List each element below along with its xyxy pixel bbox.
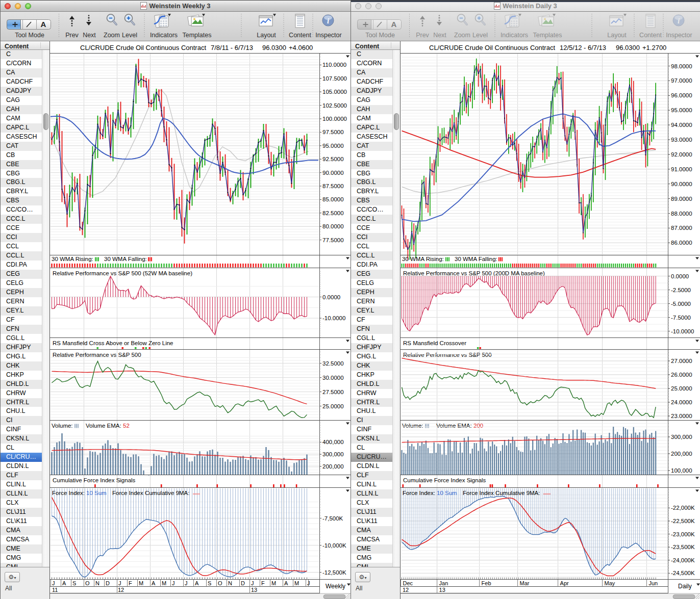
svg-text:30.0000: 30.0000: [322, 375, 344, 381]
svg-text:92.5000: 92.5000: [322, 156, 344, 162]
svg-text:Apr: Apr: [560, 580, 569, 586]
svg-text:S: S: [72, 580, 76, 586]
svg-text:12/5/12 - 6/7/13: 12/5/12 - 6/7/13: [560, 44, 606, 51]
svg-text:-10.0000: -10.0000: [671, 328, 694, 334]
svg-text:M: M: [162, 580, 166, 586]
svg-text:Templates: Templates: [183, 32, 212, 39]
svg-text:Inspector: Inspector: [666, 32, 692, 39]
svg-text:88.0000: 88.0000: [671, 211, 692, 217]
svg-text:Indicators: Indicators: [150, 32, 178, 39]
svg-text:-7,500K: -7,500K: [322, 515, 343, 522]
svg-text:M: M: [294, 580, 299, 586]
svg-text:CL/CRUDE: CL/CRUDE: [80, 44, 114, 51]
svg-text:Crude Oil Continuous Contract: Crude Oil Continuous Contract: [465, 44, 555, 51]
svg-text:-24,500K: -24,500K: [671, 570, 695, 576]
svg-text:89.0000: 89.0000: [671, 196, 692, 202]
svg-text:94.0000: 94.0000: [671, 122, 692, 128]
svg-text:Relative Performance vs S&P 50: Relative Performance vs S&P 500: [53, 352, 141, 358]
svg-text:13: 13: [439, 587, 445, 593]
svg-text:Next: Next: [83, 32, 96, 39]
svg-text:Jun: Jun: [648, 580, 658, 586]
svg-text:96.0300: 96.0300: [616, 44, 640, 51]
svg-text:30 WMA Rising:: 30 WMA Rising:: [402, 256, 444, 262]
svg-text:Jan: Jan: [439, 580, 448, 586]
svg-text:97.0000: 97.0000: [671, 77, 692, 84]
svg-text:A: A: [391, 20, 397, 29]
svg-text:Templates: Templates: [533, 32, 562, 39]
svg-text:May: May: [605, 580, 615, 586]
svg-text:CL/CRUDE: CL/CRUDE: [429, 44, 463, 51]
svg-text:95.0000: 95.0000: [322, 143, 344, 149]
svg-text:100.0000: 100.0000: [322, 116, 347, 122]
svg-text:-10,000K: -10,000K: [322, 542, 346, 549]
svg-text:52: 52: [123, 423, 130, 429]
svg-text:200,000: 200,000: [671, 451, 692, 457]
svg-text:Tool Mode: Tool Mode: [15, 32, 44, 39]
svg-text:Mar: Mar: [520, 580, 530, 586]
svg-text:Tool Mode: Tool Mode: [365, 32, 395, 39]
svg-text:91.0000: 91.0000: [671, 166, 692, 172]
svg-text:F: F: [129, 580, 132, 586]
svg-text:J: J: [251, 580, 254, 586]
svg-text:Volume:: Volume:: [52, 423, 73, 429]
svg-text:Cumulative Force Index Signals: Cumulative Force Index Signals: [403, 477, 486, 483]
svg-text:23.0000: 23.0000: [671, 413, 692, 419]
svg-text:87.0000: 87.0000: [671, 225, 692, 231]
svg-text:96.0300: 96.0300: [262, 44, 286, 51]
svg-text:26.0000: 26.0000: [671, 372, 692, 378]
svg-text:Force Index:: Force Index:: [403, 490, 435, 496]
svg-text:Force Index Cumulative 9MA:: Force Index Cumulative 9MA:: [112, 490, 189, 496]
svg-text:Inspector: Inspector: [315, 32, 341, 39]
svg-text:11: 11: [52, 587, 58, 593]
svg-text:Force Index:: Force Index:: [52, 490, 85, 496]
svg-text:300,000: 300,000: [322, 451, 344, 457]
svg-text:-5.0000: -5.0000: [671, 301, 691, 307]
svg-text:Crude Oil Continuous Contract: Crude Oil Continuous Contract: [116, 44, 206, 51]
svg-text:-7.5000: -7.5000: [671, 315, 691, 321]
svg-text:Relative Performance vs S&P 50: Relative Performance vs S&P 500: [403, 352, 492, 358]
svg-text:10 Sum: 10 Sum: [86, 490, 107, 496]
svg-text:Relative Performance vs S&P 50: Relative Performance vs S&P 500 (52W MA …: [53, 270, 192, 276]
svg-text:12: 12: [403, 587, 409, 593]
svg-text:A: A: [195, 580, 199, 586]
svg-text:A: A: [152, 580, 156, 586]
svg-text:Cumulative Force Index Signals: Cumulative Force Index Signals: [53, 477, 136, 483]
svg-text:Zoom: Zoom: [104, 32, 120, 39]
svg-text:30 WMA Falling:: 30 WMA Falling:: [455, 256, 497, 262]
svg-text:F: F: [261, 580, 265, 586]
svg-text:10 Sum: 10 Sum: [437, 490, 457, 496]
svg-text:+1.2700: +1.2700: [642, 44, 666, 51]
svg-text:80.0000: 80.0000: [322, 223, 344, 229]
svg-text:85.0000: 85.0000: [322, 196, 344, 202]
svg-text:102.5000: 102.5000: [322, 102, 347, 109]
svg-text:-10.0000: -10.0000: [322, 315, 345, 321]
svg-text:-23,000K: -23,000K: [671, 531, 695, 537]
svg-text:95.0000: 95.0000: [671, 107, 692, 113]
svg-text:-2.5000: -2.5000: [671, 287, 691, 293]
svg-text:Prev: Prev: [65, 32, 79, 39]
svg-text:Zoom: Zoom: [454, 32, 470, 39]
svg-text:M: M: [271, 580, 276, 586]
svg-text:O: O: [85, 580, 90, 586]
svg-text:Next: Next: [433, 32, 446, 39]
svg-text:12: 12: [118, 587, 124, 593]
svg-text:107.5000: 107.5000: [322, 75, 347, 82]
svg-text:Content: Content: [639, 32, 662, 39]
svg-text:J: J: [52, 580, 55, 586]
svg-text:J: J: [172, 580, 175, 586]
svg-text:0.0000: 0.0000: [322, 294, 340, 300]
svg-text:-22,500K: -22,500K: [671, 518, 695, 524]
svg-text:30 WMA Falling:: 30 WMA Falling:: [104, 256, 147, 262]
svg-text:92.0000: 92.0000: [671, 151, 692, 158]
svg-text:Weekly: Weekly: [326, 583, 345, 590]
svg-text:A: A: [284, 580, 288, 586]
svg-text:-22,000K: -22,000K: [671, 505, 695, 511]
svg-text:Level: Level: [122, 32, 137, 39]
svg-text:Layout: Layout: [607, 32, 627, 39]
svg-text:32.5000: 32.5000: [322, 360, 344, 367]
svg-text:RS Mansfield Cross Above or Be: RS Mansfield Cross Above or Below Zero L…: [53, 340, 173, 346]
svg-text:82.5000: 82.5000: [322, 210, 344, 216]
svg-text:96.0000: 96.0000: [671, 92, 692, 98]
svg-text:77.5000: 77.5000: [322, 237, 344, 243]
svg-text:-12,500K: -12,500K: [322, 569, 346, 576]
